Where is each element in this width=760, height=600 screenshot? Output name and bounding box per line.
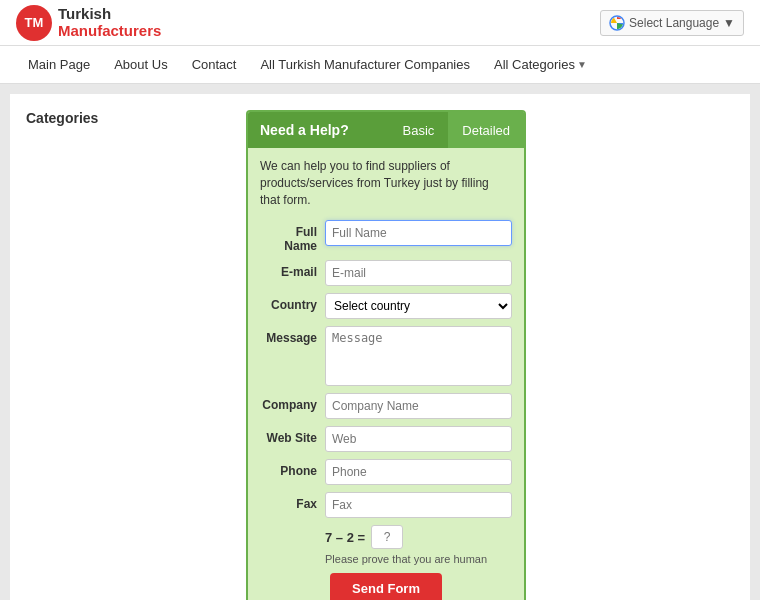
- email-label: E-mail: [260, 260, 325, 279]
- tab-detailed[interactable]: Detailed: [448, 112, 524, 148]
- fax-input[interactable]: [325, 492, 512, 518]
- help-panel-tabs: Basic Detailed: [389, 112, 525, 148]
- help-panel-title: Need a Help?: [248, 122, 349, 138]
- full-name-label: Full Name: [260, 220, 325, 253]
- company-label: Company: [260, 393, 325, 412]
- country-select[interactable]: Select country Turkey United States Unit…: [325, 293, 512, 319]
- nav-item-about-us[interactable]: About Us: [102, 49, 179, 80]
- message-row: Message: [260, 326, 512, 386]
- help-form: Full Name E-mail Country Select country …: [248, 214, 524, 600]
- select-language-label: Select Language: [629, 16, 719, 30]
- categories-title: Categories: [26, 110, 226, 126]
- logo-text-wrapper: Turkish Manufacturers: [58, 6, 161, 39]
- company-input[interactable]: [325, 393, 512, 419]
- google-icon: [609, 15, 625, 31]
- email-input[interactable]: [325, 260, 512, 286]
- email-row: E-mail: [260, 260, 512, 286]
- captcha-input[interactable]: [371, 525, 403, 549]
- fax-row: Fax: [260, 492, 512, 518]
- nav: Main Page About Us Contact All Turkish M…: [0, 46, 760, 84]
- logo-turkish: Turkish: [58, 6, 161, 23]
- nav-item-contact[interactable]: Contact: [180, 49, 249, 80]
- help-panel-description: We can help you to find suppliers of pro…: [248, 148, 524, 214]
- message-label: Message: [260, 326, 325, 345]
- logo-badge: TM: [16, 5, 52, 41]
- logo-manufacturers: Manufacturers: [58, 23, 161, 40]
- categories-dropdown-arrow-icon: ▼: [577, 59, 587, 70]
- captcha-expression: 7 – 2 =: [325, 530, 365, 545]
- full-name-input[interactable]: [325, 220, 512, 246]
- phone-row: Phone: [260, 459, 512, 485]
- full-name-row: Full Name: [260, 220, 512, 253]
- send-form-button[interactable]: Send Form: [330, 573, 442, 600]
- main-content: Categories Need a Help? Basic Detailed W…: [10, 94, 750, 600]
- website-label: Web Site: [260, 426, 325, 445]
- sidebar: Categories: [26, 110, 226, 600]
- captcha-note: Please prove that you are human: [260, 553, 512, 565]
- phone-label: Phone: [260, 459, 325, 478]
- help-panel-header: Need a Help? Basic Detailed: [248, 112, 524, 148]
- nav-item-main-page[interactable]: Main Page: [16, 49, 102, 80]
- country-label: Country: [260, 293, 325, 312]
- phone-input[interactable]: [325, 459, 512, 485]
- message-textarea[interactable]: [325, 326, 512, 386]
- captcha-row: 7 – 2 =: [260, 525, 512, 549]
- help-panel: Need a Help? Basic Detailed We can help …: [246, 110, 526, 600]
- dropdown-arrow-icon: ▼: [723, 16, 735, 30]
- fax-label: Fax: [260, 492, 325, 511]
- tab-basic[interactable]: Basic: [389, 112, 449, 148]
- logo[interactable]: TM Turkish Manufacturers: [16, 5, 161, 41]
- header: TM Turkish Manufacturers Select Language…: [0, 0, 760, 46]
- country-row: Country Select country Turkey United Sta…: [260, 293, 512, 319]
- website-input[interactable]: [325, 426, 512, 452]
- nav-item-all-categories[interactable]: All Categories ▼: [482, 49, 599, 80]
- nav-item-all-turkish[interactable]: All Turkish Manufacturer Companies: [248, 49, 482, 80]
- website-row: Web Site: [260, 426, 512, 452]
- select-language-button[interactable]: Select Language ▼: [600, 10, 744, 36]
- company-row: Company: [260, 393, 512, 419]
